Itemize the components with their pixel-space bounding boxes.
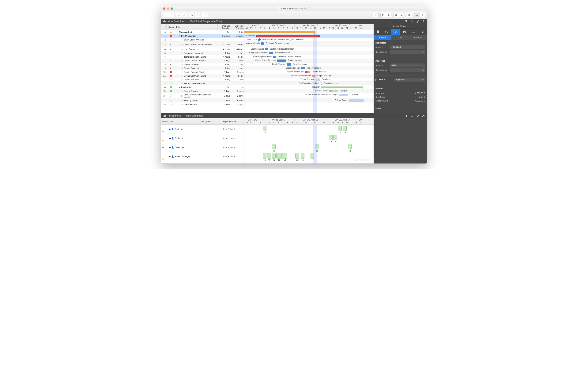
- wrench-icon[interactable]: [422, 20, 425, 23]
- task-row[interactable]: 2 ▷ Begin Client Worksite: [161, 38, 244, 42]
- breadcrumb-root[interactable]: Work Breakdown: [168, 20, 185, 23]
- task-row[interactable]: 6 ▷ Technical Specifications 4 hours 4 h…: [161, 55, 244, 59]
- gantt-row: Pre Production finishedProject manager: [244, 82, 374, 85]
- insp-tab-edit[interactable]: [418, 29, 427, 35]
- add-dropdown[interactable]: ˅: [169, 13, 174, 17]
- sync-button[interactable]: [394, 13, 399, 17]
- svg-point-11: [412, 31, 413, 31]
- wrench-icon[interactable]: [422, 114, 425, 117]
- subtab-cost[interactable]: Cost: [391, 35, 409, 40]
- insp-tab-finance[interactable]: $: [391, 29, 400, 35]
- svg-rect-6: [165, 21, 166, 22]
- outline-pane: # Status Title Planned Duration Expected…: [161, 24, 244, 113]
- task-row[interactable]: 13 ▷ Pre Production finished: [161, 82, 244, 85]
- task-row[interactable]: 4 ▷ User Scenarios 4 hours 4 hours: [161, 47, 244, 51]
- task-row[interactable]: 15 ▷ Design Comps 2 days 2 days: [161, 89, 244, 93]
- minimize-window-button[interactable]: [167, 7, 169, 10]
- task-row[interactable]: 17 ▷ Building Pages 1 week 1 week: [161, 99, 244, 102]
- link-button[interactable]: [189, 13, 194, 17]
- col-planned[interactable]: Planned Duration: [218, 24, 231, 30]
- gantt-row: Create TimelineProject manager: [244, 63, 374, 66]
- resource-row[interactable]: ▶ 👤 Project manager June 3, 2018: [161, 152, 244, 161]
- brand-watermark: Merlin Project: [354, 158, 370, 162]
- insp-tab-resource[interactable]: [400, 29, 409, 35]
- task-row[interactable]: 0 ▼ Client-Website 1.6m 1.6m: [161, 30, 244, 34]
- task-row[interactable]: 3 ▷ Client Questionnaire and goals 4 hou…: [161, 42, 244, 47]
- svg-point-1: [388, 14, 389, 15]
- insp-tab-style[interactable]: [409, 29, 418, 35]
- filter-icon[interactable]: [405, 114, 408, 117]
- inspector-title-value: Finance: [400, 25, 408, 27]
- col-title[interactable]: Title: [175, 24, 218, 30]
- svg-rect-7: [377, 30, 379, 33]
- insp-tab-dependency[interactable]: [382, 29, 391, 35]
- task-row[interactable]: 7 ▷ Create Project Proposal 2 days 2 day…: [161, 59, 244, 63]
- filter-icon[interactable]: [405, 20, 408, 23]
- gear-dropdown[interactable]: ˅: [202, 13, 208, 17]
- inspector-title-label: Activity:: [393, 25, 400, 27]
- gantt-row: Create Project ProposalProduct manager: [244, 59, 374, 63]
- breadcrumb-bottom: Assignments 〉 Work Distribution: [161, 113, 427, 118]
- gantt-row: Create Content ChartProduct manager: [244, 70, 374, 74]
- task-row[interactable]: 10 ▷ Create Content Chart 2 days 2 days: [161, 70, 244, 74]
- gantt-row: Comparative AnalysisProduct manager: [244, 51, 374, 55]
- task-row[interactable]: 9 ▷ Create Task List 1 day 1 day: [161, 66, 244, 70]
- task-row[interactable]: 1 ▼ Pre-Production 2 weeks 2 weeks: [161, 34, 244, 38]
- gantt-row: nnaire and goalsCustomer; Project manage…: [244, 42, 374, 47]
- outdent-button[interactable]: [182, 13, 187, 17]
- close-window-button[interactable]: [163, 7, 165, 10]
- add-button[interactable]: ＋: [163, 13, 169, 17]
- resource-row[interactable]: ▶ 👤 Developer June 3, 2018: [161, 143, 244, 152]
- lock-button[interactable]: [399, 13, 404, 17]
- bolt-button[interactable]: ⚡: [373, 13, 378, 17]
- critical-icon[interactable]: [410, 114, 413, 117]
- critical-icon[interactable]: [410, 20, 413, 23]
- indent-button[interactable]: [176, 13, 182, 17]
- status-select[interactable]: Approved: [394, 78, 425, 82]
- gantt-row: -Production: [244, 34, 374, 38]
- status-disclosure[interactable]: ▶: [376, 78, 377, 81]
- task-row[interactable]: 18 ▷ Client Review 3 days 3 days: [161, 102, 244, 106]
- gantt-row: nt WorksiteCustomer; Project manager; De…: [244, 38, 374, 42]
- insp-tab-plan[interactable]: [374, 29, 382, 35]
- tools-button[interactable]: ✕: [406, 13, 412, 17]
- resource-list-pane: Status Title Group Path Expected Start ▶…: [161, 118, 244, 164]
- breadcrumb-leaf[interactable]: Plan/Actual Comparison (Time): [190, 20, 222, 23]
- task-row[interactable]: 12 ▷ Create Site Map 1 day 1 day: [161, 78, 244, 82]
- user-button[interactable]: [386, 13, 391, 17]
- approved-by-resource[interactable]: [390, 68, 425, 72]
- col-status[interactable]: Status: [167, 24, 175, 30]
- task-row[interactable]: 5 ▷ Comparative Analysis 1 day 1 day: [161, 51, 244, 55]
- view-toggle-inspector[interactable]: ▯: [419, 13, 425, 17]
- col-num[interactable]: #: [161, 24, 167, 30]
- approved-amount[interactable]: [390, 64, 425, 67]
- svg-text:$: $: [397, 32, 397, 34]
- resource-row[interactable]: ▶ 👤 Customer June 3, 2018: [161, 125, 244, 134]
- svg-rect-2: [401, 15, 402, 16]
- work-dist-row: 1d1d: [244, 134, 374, 143]
- requested-by-resource[interactable]: [390, 50, 425, 54]
- library-button[interactable]: [381, 13, 386, 17]
- task-row[interactable]: 16 ▷ Client review and selection of Desi…: [161, 93, 244, 99]
- task-row[interactable]: 8 ▷ Create Timeline 1 day 1 day: [161, 63, 244, 66]
- link-dropdown[interactable]: ˅: [194, 13, 200, 17]
- task-row[interactable]: 14 ▼ Production 1m 1m: [161, 85, 244, 89]
- resource-row[interactable]: ▶ 👤 Designer June 3, 2018: [161, 134, 244, 143]
- requested-amount[interactable]: [390, 45, 425, 49]
- paint-icon[interactable]: [416, 20, 419, 23]
- svg-point-16: [165, 115, 166, 116]
- window: 📄 Client-Website — Edited ˅ ＋ ˅ ˅: [161, 6, 427, 164]
- gantt-row: Design CompsDesigner: [244, 89, 374, 93]
- subtab-balance[interactable]: Balance: [409, 35, 427, 40]
- col-expected[interactable]: Expected Duration: [231, 24, 244, 30]
- gantt-row: Technical SpecificationsDeveloper; Produ…: [244, 55, 374, 59]
- view-toggle-main[interactable]: ▭: [414, 13, 419, 17]
- gantt-row: Building Pages: [244, 99, 374, 102]
- subtab-budget[interactable]: Budget: [374, 35, 391, 40]
- paint-icon[interactable]: [416, 114, 419, 117]
- gantt-row: User ScenariosCustomer; Product manager: [244, 47, 374, 51]
- zoom-window-button[interactable]: [171, 7, 173, 10]
- gantt-row: Client review and selection of DesignCus…: [244, 93, 374, 99]
- toolbar: ＋ ˅ ˅ ˅ ⚡: [161, 11, 427, 19]
- task-row[interactable]: 11 ▷ Define Communications 4 hours 4 hou…: [161, 74, 244, 78]
